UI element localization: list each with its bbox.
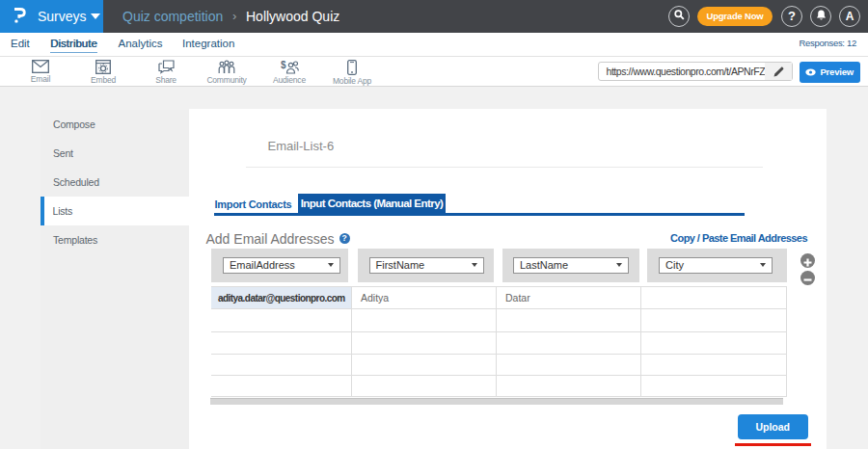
svg-text:$: $: [281, 60, 286, 70]
